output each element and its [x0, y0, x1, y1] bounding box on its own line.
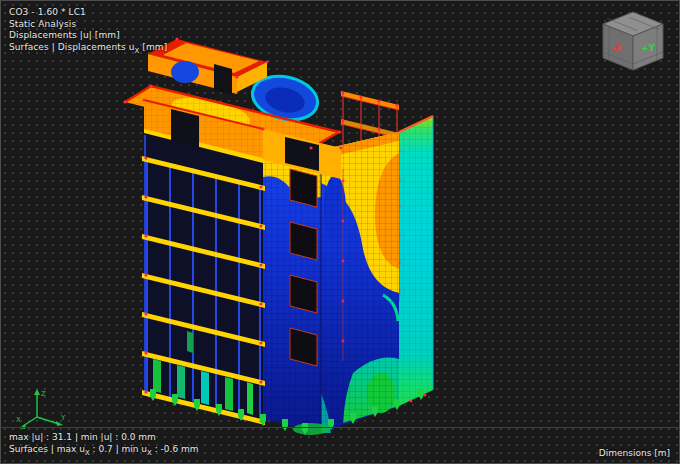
surface-result-prefix: Surfaces | Displacements u	[9, 42, 134, 52]
surface-max-min-p2: : 0.7 | min u	[90, 444, 147, 454]
surface-max-min-p1: Surfaces | max u	[9, 444, 85, 454]
status-left: max |u| : 31.1 | min |u| : 0.0 mm Surfac…	[9, 431, 199, 459]
east-facade	[398, 116, 434, 406]
axis-x-label: X	[16, 416, 21, 424]
surface-result-suffix: [mm]	[139, 42, 167, 52]
status-bar: max |u| : 31.1 | min |u| : 0.0 mm Surfac…	[1, 427, 679, 463]
load-combination-label: CO3 - 1.60 * LC1	[9, 7, 167, 19]
result-type-label: Displacements |u| [mm]	[9, 30, 167, 42]
frame-structure	[142, 133, 265, 425]
building-model[interactable]	[1, 1, 680, 464]
viewport-3d[interactable]: CO3 - 1.60 * LC1 Static Analysis Displac…	[0, 0, 680, 464]
result-info-panel: CO3 - 1.60 * LC1 Static Analysis Displac…	[9, 7, 167, 57]
axis-z-arrow	[34, 389, 40, 395]
surface-result-label: Surfaces | Displacements uX [mm]	[9, 42, 167, 57]
axis-y-label: Y	[60, 414, 66, 422]
axis-triad: Z Y X	[15, 383, 71, 431]
surface-max-min-p3: : -0.6 mm	[152, 444, 199, 454]
cube-face-label-x[interactable]: -X	[612, 43, 622, 53]
axis-z-label: Z	[41, 390, 46, 398]
dimensions-label: Dimensions [m]	[599, 447, 670, 459]
analysis-type-label: Static Analysis	[9, 19, 167, 31]
main-walls	[263, 132, 399, 433]
navigation-cube[interactable]: -X +Y	[593, 6, 673, 78]
cube-face-label-y[interactable]: +Y	[641, 43, 656, 53]
surface-max-min-label: Surfaces | max uX : 0.7 | min uX : -0.6 …	[9, 443, 199, 459]
max-min-displacement-label: max |u| : 31.1 | min |u| : 0.0 mm	[9, 431, 199, 443]
axis-y-line	[37, 417, 59, 424]
